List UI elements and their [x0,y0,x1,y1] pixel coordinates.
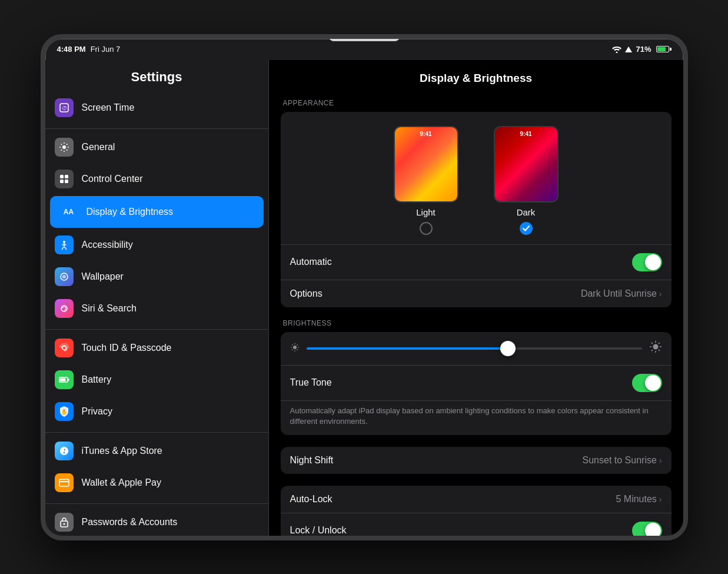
siri-search-icon [55,299,74,318]
sidebar-item-general[interactable]: General [45,131,268,163]
light-mode-preview: 9:41 [394,126,458,203]
svg-rect-18 [59,479,69,486]
svg-marker-1 [625,47,632,52]
svg-point-13 [62,346,66,350]
auto-lock-row[interactable]: Auto-Lock 5 Minutes › [281,486,672,513]
light-preview-bg: 9:41 [395,127,457,201]
sidebar-item-passwords-accounts[interactable]: Passwords & Accounts [45,506,268,536]
brightness-label: BRIGHTNESS [281,319,672,327]
screen-time-icon: ⏱ [55,98,74,117]
svg-point-11 [62,275,66,278]
automatic-row[interactable]: Automatic [281,244,672,280]
svg-rect-5 [60,175,64,178]
options-row[interactable]: Options Dark Until Sunrise › [281,280,672,307]
general-icon [55,138,74,157]
sidebar-item-privacy[interactable]: ✋ Privacy [45,396,268,427]
screen-time-label: Screen Time [82,102,135,113]
battery-percent: 71% [636,45,651,54]
brightness-slider[interactable] [307,347,642,350]
light-mode-radio[interactable] [420,222,433,235]
sidebar-item-display-brightness[interactable]: AA Display & Brightness [50,196,264,228]
touch-id-icon [55,339,74,357]
touch-id-label: Touch ID & Passcode [82,343,172,353]
toggle-knob [645,254,661,270]
appearance-label: APPEARANCE [281,99,672,107]
wallet-label: Wallet & Apple Pay [82,477,161,488]
sidebar-group-5: Passwords & Accounts Mail [45,506,268,536]
dark-mode-option[interactable]: 9:41 Dark [494,126,559,235]
main-layout: Settings ⏱ Screen Time [45,60,683,536]
battery-label: Battery [82,374,112,385]
svg-point-24 [653,344,658,349]
accessibility-icon [55,235,74,254]
status-bar: 4:48 PM Fri Jun 7 71% [45,39,683,60]
privacy-label: Privacy [82,406,112,417]
dark-mode-preview: 9:41 [494,126,559,203]
dark-preview-bg: 9:41 [495,127,557,201]
svg-point-23 [293,346,297,349]
auto-lock-label: Auto-Lock [290,494,333,505]
sidebar-group-4: iTunes & App Store Wallet & Apple Pay [45,435,268,499]
sidebar-group-3: Touch ID & Passcode Battery [45,332,268,427]
svg-text:✋: ✋ [61,408,68,416]
lock-unlock-toggle[interactable] [632,522,662,536]
lock-unlock-toggle-knob [645,523,661,536]
svg-rect-7 [60,180,64,183]
night-shift-value-text: Sunset to Sunrise [583,455,657,466]
light-mode-label: Light [416,207,436,217]
display-brightness-label: Display & Brightness [87,207,174,217]
svg-text:⏱: ⏱ [61,105,67,111]
sidebar-item-screen-time[interactable]: ⏱ Screen Time [45,92,268,124]
true-tone-toggle-knob [645,375,661,391]
sidebar-item-touch-id[interactable]: Touch ID & Passcode [45,332,268,364]
svg-rect-8 [65,180,68,183]
automatic-label: Automatic [290,257,332,267]
light-mode-option[interactable]: 9:41 Light [394,126,458,235]
true-tone-toggle[interactable] [632,374,662,392]
sun-large-icon [649,340,662,357]
ipad-frame: 4:48 PM Fri Jun 7 71% [41,34,688,540]
privacy-icon: ✋ [55,402,74,421]
night-shift-label: Night Shift [290,455,334,466]
signal-icon [625,46,632,53]
divider-2 [45,329,268,330]
svg-point-4 [62,145,66,149]
auto-lock-value-text: 5 Minutes [616,494,656,505]
night-shift-row[interactable]: Night Shift Sunset to Sunrise › [281,447,672,474]
true-tone-row[interactable]: True Tone [281,365,672,400]
options-value: Dark Until Sunrise › [581,288,662,299]
brightness-row [281,332,672,365]
sidebar-item-control-center[interactable]: Control Center [45,163,268,195]
sidebar-item-accessibility[interactable]: Accessibility [45,229,268,261]
night-shift-chevron: › [659,456,662,465]
svg-rect-15 [59,378,65,381]
siri-search-label: Siri & Search [82,303,137,314]
auto-lock-card: Auto-Lock 5 Minutes › Lock / Unlock [281,486,672,536]
options-value-text: Dark Until Sunrise [581,288,657,299]
automatic-toggle[interactable] [632,253,662,271]
passwords-icon [55,513,74,532]
lock-unlock-row[interactable]: Lock / Unlock [281,513,672,536]
auto-lock-chevron: › [659,495,662,504]
itunes-label: iTunes & App Store [82,446,162,456]
sidebar-item-battery[interactable]: Battery [45,364,268,396]
apple-pencil [329,34,400,41]
svg-point-9 [63,241,65,243]
sidebar-item-siri-search[interactable]: Siri & Search [45,293,268,324]
divider-3 [45,432,268,433]
status-left: 4:48 PM Fri Jun 7 [57,45,121,54]
svg-point-21 [63,523,65,525]
sidebar-item-wallpaper[interactable]: Wallpaper [45,261,268,293]
wallpaper-label: Wallpaper [82,271,124,282]
sidebar-item-wallet-apple-pay[interactable]: Wallet & Apple Pay [45,467,268,499]
sidebar-item-itunes-app-store[interactable]: iTunes & App Store [45,435,268,467]
control-center-label: Control Center [82,174,143,184]
wifi-icon [612,46,621,53]
general-label: General [82,142,115,152]
display-brightness-icon: AA [59,203,78,221]
sidebar-group-2: General Control Center [45,131,268,324]
battery-menu-icon [55,370,74,389]
svg-rect-16 [68,379,69,381]
wallpaper-icon [55,267,74,286]
dark-mode-radio[interactable] [520,222,533,235]
